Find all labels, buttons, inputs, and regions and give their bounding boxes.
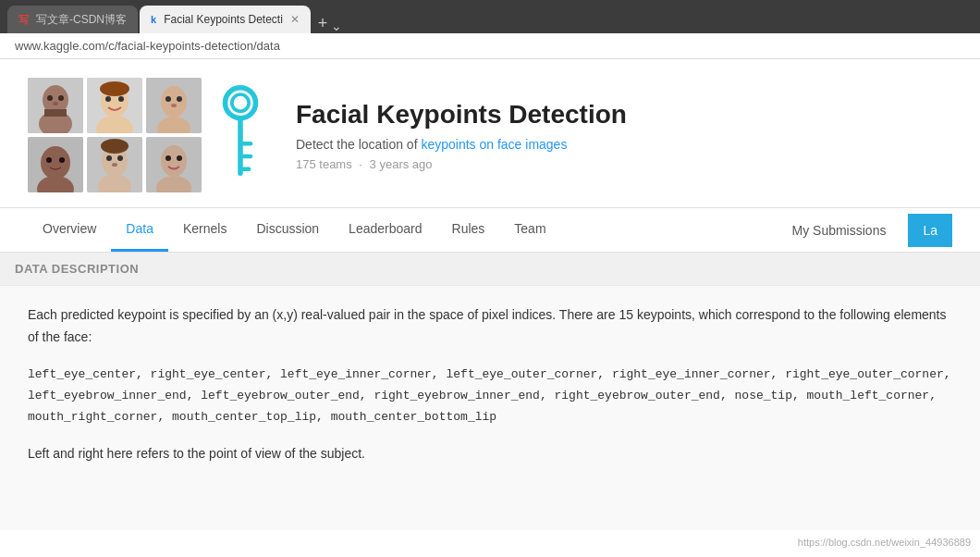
- browser-chrome: 写 写文章-CSDN博客 k Facial Keypoints Detecti …: [0, 0, 980, 33]
- svg-point-36: [226, 88, 256, 118]
- competition-header: Facial Keypoints Detection Detect the lo…: [0, 59, 980, 208]
- svg-point-35: [177, 155, 182, 161]
- address-text: www.kaggle.com/c/facial-keypoints-detect…: [15, 39, 280, 53]
- address-bar[interactable]: www.kaggle.com/c/facial-keypoints-detect…: [0, 33, 980, 59]
- keypoints-list: left_eye_center, right_eye_center, left_…: [28, 364, 952, 428]
- svg-point-14: [161, 86, 187, 118]
- competition-description: Detect the location of keypoints on face…: [296, 137, 627, 152]
- face-img-2: [87, 78, 142, 133]
- tab-menu-icon[interactable]: ⌄: [331, 19, 342, 33]
- face-img-5: [87, 137, 142, 192]
- tab-data[interactable]: Data: [111, 208, 168, 252]
- csdn-favicon: 写: [18, 13, 29, 27]
- face-img-6: [146, 137, 202, 192]
- svg-point-12: [100, 81, 129, 96]
- tab-leaderboard[interactable]: Leaderboard: [334, 208, 436, 252]
- svg-point-16: [165, 96, 171, 102]
- description-paragraph-1: Each predicted keypoint is specified by …: [28, 304, 952, 349]
- competition-title: Facial Keypoints Detection: [296, 100, 627, 130]
- svg-point-28: [117, 155, 123, 161]
- face-img-3: [146, 78, 202, 133]
- tab-team[interactable]: Team: [499, 208, 560, 252]
- svg-point-5: [58, 95, 64, 101]
- late-button[interactable]: La: [908, 214, 952, 247]
- face-img-1: [28, 78, 83, 133]
- svg-point-27: [106, 155, 112, 161]
- keypoints-line-1: left_eye_center, right_eye_center, left_…: [28, 364, 952, 385]
- desc-text-before: Detect the location of: [296, 137, 421, 152]
- svg-point-30: [101, 139, 129, 154]
- tab-bar: 写 写文章-CSDN博客 k Facial Keypoints Detecti …: [7, 0, 342, 33]
- keypoints-line-3: mouth_right_corner, mouth_center_top_lip…: [28, 406, 952, 427]
- face-img-4: [28, 137, 83, 192]
- svg-point-17: [177, 96, 182, 102]
- time-ago: 3 years ago: [370, 157, 433, 171]
- svg-point-4: [47, 95, 53, 101]
- svg-point-10: [105, 96, 111, 102]
- teams-count: 175 teams: [296, 157, 352, 171]
- tab-kernels[interactable]: Kernels: [168, 208, 241, 252]
- nav-tabs: Overview Data Kernels Discussion Leaderb…: [0, 208, 980, 253]
- svg-point-29: [112, 163, 117, 167]
- my-submissions-button[interactable]: My Submissions: [778, 214, 901, 247]
- main-content: Data Description Each predicted keypoint…: [0, 253, 980, 530]
- svg-point-23: [59, 157, 65, 163]
- tab-discussion[interactable]: Discussion: [241, 208, 334, 252]
- keypoints-line-2: left_eyebrow_inner_end, left_eyebrow_out…: [28, 385, 952, 406]
- svg-point-32: [161, 145, 187, 177]
- svg-point-18: [171, 104, 177, 107]
- tab-csdn[interactable]: 写 写文章-CSDN博客: [7, 6, 138, 33]
- description-paragraph-2: Left and right here refers to the point …: [28, 443, 952, 465]
- nav-right: My Submissions La: [778, 214, 953, 247]
- tab-rules[interactable]: Rules: [437, 208, 500, 252]
- svg-point-34: [165, 155, 171, 161]
- kaggle-favicon: k: [151, 14, 156, 25]
- svg-rect-3: [44, 109, 67, 117]
- svg-point-6: [53, 102, 58, 105]
- tab-close-icon[interactable]: ✕: [290, 13, 300, 26]
- key-icon: [213, 80, 268, 191]
- competition-meta: 175 teams · 3 years ago: [296, 157, 627, 171]
- page-content: Facial Keypoints Detection Detect the lo…: [0, 59, 980, 530]
- competition-images: [28, 78, 202, 192]
- new-tab-icon[interactable]: +: [318, 14, 328, 33]
- section-title: Data Description: [0, 253, 980, 286]
- svg-point-37: [232, 94, 249, 111]
- tab-overview[interactable]: Overview: [28, 208, 111, 252]
- svg-point-22: [46, 157, 52, 163]
- svg-point-20: [41, 146, 70, 179]
- keypoints-link[interactable]: keypoints on face images: [421, 137, 567, 152]
- tab-kaggle-label: Facial Keypoints Detecti: [164, 13, 283, 26]
- competition-info: Facial Keypoints Detection Detect the lo…: [296, 100, 627, 171]
- tab-csdn-label: 写文章-CSDN博客: [36, 12, 127, 28]
- tab-kaggle[interactable]: k Facial Keypoints Detecti ✕: [140, 6, 311, 33]
- meta-separator: ·: [359, 157, 362, 171]
- svg-point-11: [118, 96, 124, 102]
